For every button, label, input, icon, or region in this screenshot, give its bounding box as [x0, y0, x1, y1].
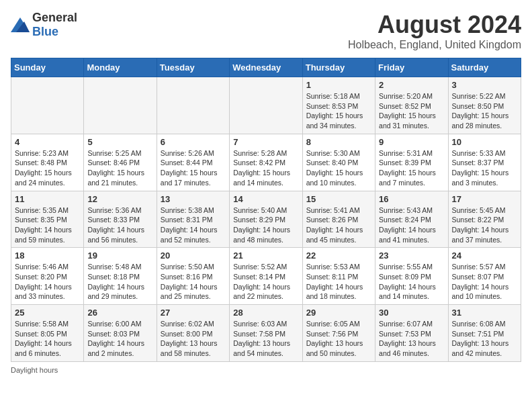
cell-content: Sunrise: 5:58 AM Sunset: 8:05 PM Dayligh…	[15, 319, 80, 359]
day-number: 10	[452, 137, 517, 147]
cell-3-7: 17Sunrise: 5:45 AM Sunset: 8:22 PM Dayli…	[448, 191, 521, 248]
cell-5-2: 26Sunrise: 6:00 AM Sunset: 8:03 PM Dayli…	[84, 305, 157, 362]
cell-content: Sunrise: 5:20 AM Sunset: 8:52 PM Dayligh…	[379, 91, 444, 131]
cell-2-4: 7Sunrise: 5:28 AM Sunset: 8:42 PM Daylig…	[230, 134, 302, 191]
day-number: 5	[87, 137, 152, 147]
day-number: 19	[87, 250, 152, 261]
subtitle: Holbeach, England, United Kingdom	[348, 39, 521, 51]
header-monday: Monday	[84, 58, 157, 77]
calendar-body: 1Sunrise: 5:18 AM Sunset: 8:53 PM Daylig…	[11, 77, 521, 362]
logo: General Blue	[11, 11, 77, 39]
cell-content: Sunrise: 5:41 AM Sunset: 8:26 PM Dayligh…	[306, 205, 371, 245]
header-saturday: Saturday	[448, 58, 521, 77]
day-number: 22	[306, 250, 371, 261]
cell-3-6: 16Sunrise: 5:43 AM Sunset: 8:24 PM Dayli…	[375, 191, 448, 248]
cell-content: Sunrise: 5:30 AM Sunset: 8:40 PM Dayligh…	[306, 148, 371, 188]
cell-5-3: 27Sunrise: 6:02 AM Sunset: 8:00 PM Dayli…	[157, 305, 229, 362]
day-number: 23	[379, 250, 444, 261]
cell-4-6: 23Sunrise: 5:55 AM Sunset: 8:09 PM Dayli…	[375, 248, 448, 305]
cell-2-7: 10Sunrise: 5:33 AM Sunset: 8:37 PM Dayli…	[448, 134, 521, 191]
day-number: 7	[233, 137, 298, 147]
day-number: 28	[233, 308, 298, 318]
cell-content: Sunrise: 6:08 AM Sunset: 7:51 PM Dayligh…	[452, 319, 517, 359]
day-number: 6	[161, 137, 226, 147]
cell-3-5: 15Sunrise: 5:41 AM Sunset: 8:26 PM Dayli…	[302, 191, 375, 248]
cell-1-3	[157, 77, 229, 134]
cell-4-7: 24Sunrise: 5:57 AM Sunset: 8:07 PM Dayli…	[448, 248, 521, 305]
cell-content: Sunrise: 6:02 AM Sunset: 8:00 PM Dayligh…	[161, 319, 226, 359]
cell-1-5: 1Sunrise: 5:18 AM Sunset: 8:53 PM Daylig…	[302, 77, 375, 134]
cell-1-4	[230, 77, 302, 134]
header-sunday: Sunday	[11, 58, 84, 77]
day-number: 30	[379, 308, 444, 318]
day-number: 13	[161, 194, 226, 204]
cell-4-5: 22Sunrise: 5:53 AM Sunset: 8:11 PM Dayli…	[302, 248, 375, 305]
cell-3-3: 13Sunrise: 5:38 AM Sunset: 8:31 PM Dayli…	[157, 191, 229, 248]
cell-5-1: 25Sunrise: 5:58 AM Sunset: 8:05 PM Dayli…	[11, 305, 84, 362]
day-number: 25	[15, 308, 80, 318]
cell-content: Sunrise: 5:36 AM Sunset: 8:33 PM Dayligh…	[87, 205, 152, 245]
cell-2-2: 5Sunrise: 5:25 AM Sunset: 8:46 PM Daylig…	[84, 134, 157, 191]
header-friday: Friday	[375, 58, 448, 77]
day-number: 12	[87, 194, 152, 204]
header: General Blue August 2024 Holbeach, Engla…	[11, 11, 521, 51]
week-row-2: 4Sunrise: 5:23 AM Sunset: 8:48 PM Daylig…	[11, 134, 521, 191]
day-number: 17	[452, 194, 517, 204]
header-row: SundayMondayTuesdayWednesdayThursdayFrid…	[11, 58, 521, 77]
cell-content: Sunrise: 5:26 AM Sunset: 8:44 PM Dayligh…	[161, 148, 226, 188]
day-number: 1	[306, 80, 371, 90]
cell-1-1	[11, 77, 84, 134]
cell-5-4: 28Sunrise: 6:03 AM Sunset: 7:58 PM Dayli…	[230, 305, 302, 362]
day-number: 18	[15, 250, 80, 261]
cell-content: Sunrise: 5:31 AM Sunset: 8:39 PM Dayligh…	[379, 148, 444, 188]
cell-1-2	[84, 77, 157, 134]
header-tuesday: Tuesday	[157, 58, 229, 77]
cell-4-4: 21Sunrise: 5:52 AM Sunset: 8:14 PM Dayli…	[230, 248, 302, 305]
cell-3-2: 12Sunrise: 5:36 AM Sunset: 8:33 PM Dayli…	[84, 191, 157, 248]
cell-content: Sunrise: 6:07 AM Sunset: 7:53 PM Dayligh…	[379, 319, 444, 359]
cell-content: Sunrise: 5:46 AM Sunset: 8:20 PM Dayligh…	[15, 262, 80, 302]
main-title: August 2024	[348, 11, 521, 39]
cell-2-3: 6Sunrise: 5:26 AM Sunset: 8:44 PM Daylig…	[157, 134, 229, 191]
cell-content: Sunrise: 5:50 AM Sunset: 8:16 PM Dayligh…	[161, 262, 226, 302]
day-number: 26	[87, 308, 152, 318]
day-number: 27	[161, 308, 226, 318]
day-number: 14	[233, 194, 298, 204]
cell-content: Sunrise: 5:52 AM Sunset: 8:14 PM Dayligh…	[233, 262, 298, 302]
cell-1-7: 3Sunrise: 5:22 AM Sunset: 8:50 PM Daylig…	[448, 77, 521, 134]
cell-content: Sunrise: 5:25 AM Sunset: 8:46 PM Dayligh…	[87, 148, 152, 188]
day-number: 4	[15, 137, 80, 147]
cell-content: Sunrise: 6:03 AM Sunset: 7:58 PM Dayligh…	[233, 319, 298, 359]
title-area: August 2024 Holbeach, England, United Ki…	[348, 11, 521, 51]
footer-note: Daylight hours	[11, 366, 521, 374]
cell-content: Sunrise: 5:28 AM Sunset: 8:42 PM Dayligh…	[233, 148, 298, 188]
day-number: 15	[306, 194, 371, 204]
week-row-3: 11Sunrise: 5:35 AM Sunset: 8:35 PM Dayli…	[11, 191, 521, 248]
cell-content: Sunrise: 6:05 AM Sunset: 7:56 PM Dayligh…	[306, 319, 371, 359]
cell-content: Sunrise: 5:45 AM Sunset: 8:22 PM Dayligh…	[452, 205, 517, 245]
week-row-4: 18Sunrise: 5:46 AM Sunset: 8:20 PM Dayli…	[11, 248, 521, 305]
week-row-5: 25Sunrise: 5:58 AM Sunset: 8:05 PM Dayli…	[11, 305, 521, 362]
cell-3-4: 14Sunrise: 5:40 AM Sunset: 8:29 PM Dayli…	[230, 191, 302, 248]
cell-content: Sunrise: 5:40 AM Sunset: 8:29 PM Dayligh…	[233, 205, 298, 245]
cell-3-1: 11Sunrise: 5:35 AM Sunset: 8:35 PM Dayli…	[11, 191, 84, 248]
calendar-header: SundayMondayTuesdayWednesdayThursdayFrid…	[11, 58, 521, 77]
cell-content: Sunrise: 5:48 AM Sunset: 8:18 PM Dayligh…	[87, 262, 152, 302]
logo-icon	[11, 17, 30, 32]
cell-5-7: 31Sunrise: 6:08 AM Sunset: 7:51 PM Dayli…	[448, 305, 521, 362]
cell-content: Sunrise: 5:18 AM Sunset: 8:53 PM Dayligh…	[306, 91, 371, 131]
cell-2-1: 4Sunrise: 5:23 AM Sunset: 8:48 PM Daylig…	[11, 134, 84, 191]
day-number: 2	[379, 80, 444, 90]
header-wednesday: Wednesday	[230, 58, 302, 77]
day-number: 16	[379, 194, 444, 204]
day-number: 24	[452, 250, 517, 261]
logo-blue: Blue	[32, 25, 58, 38]
day-number: 20	[161, 250, 226, 261]
day-number: 21	[233, 250, 298, 261]
cell-5-5: 29Sunrise: 6:05 AM Sunset: 7:56 PM Dayli…	[302, 305, 375, 362]
cell-content: Sunrise: 5:53 AM Sunset: 8:11 PM Dayligh…	[306, 262, 371, 302]
cell-4-1: 18Sunrise: 5:46 AM Sunset: 8:20 PM Dayli…	[11, 248, 84, 305]
cell-content: Sunrise: 5:23 AM Sunset: 8:48 PM Dayligh…	[15, 148, 80, 188]
cell-4-2: 19Sunrise: 5:48 AM Sunset: 8:18 PM Dayli…	[84, 248, 157, 305]
cell-2-5: 8Sunrise: 5:30 AM Sunset: 8:40 PM Daylig…	[302, 134, 375, 191]
